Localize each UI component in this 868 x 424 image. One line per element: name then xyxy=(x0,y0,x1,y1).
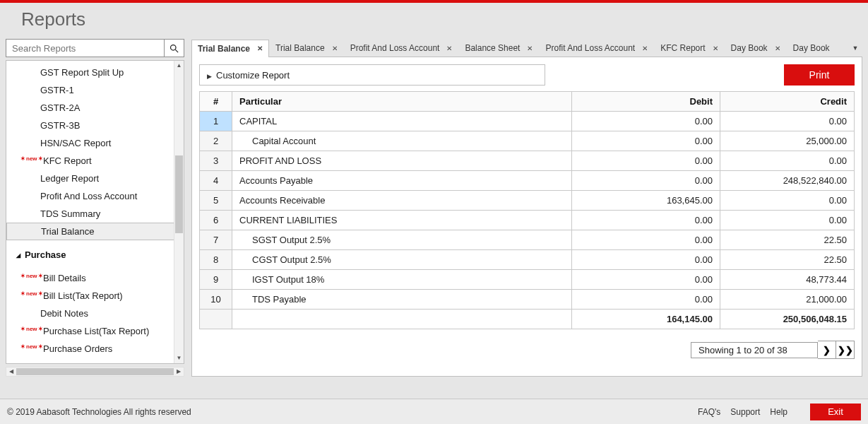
tree-item-label: GST Report Split Up xyxy=(40,67,124,78)
tree-item[interactable]: Ledger Report xyxy=(6,170,184,187)
tree-item[interactable]: newPurchase Orders xyxy=(6,340,184,358)
close-icon[interactable]: ✕ xyxy=(332,45,338,52)
tree-item[interactable]: Debit Notes xyxy=(6,305,184,322)
new-badge: new xyxy=(20,343,43,350)
page-title: Reports xyxy=(0,3,868,39)
table-row[interactable]: 5Accounts Receivable163,645.000.00 xyxy=(200,191,855,211)
tree-item-label: KFC Report xyxy=(43,155,92,166)
tab[interactable]: Profit And Loss Account✕ xyxy=(344,39,459,57)
tree-item-label: Profit And Loss Account xyxy=(40,191,137,201)
close-icon[interactable]: ✕ xyxy=(527,45,533,52)
tab[interactable]: Trial Balance✕ xyxy=(269,39,344,57)
footer: © 2019 Aabasoft Technologies All rights … xyxy=(0,399,868,424)
tree-item[interactable]: GSTR-2A xyxy=(6,99,184,117)
scroll-down-icon[interactable]: ▼ xyxy=(174,353,184,363)
pager-last-button[interactable]: ❯❯ xyxy=(836,341,855,359)
tree-item-label: Trial Balance xyxy=(41,226,94,237)
col-debit[interactable]: Debit xyxy=(572,92,720,112)
grid-totals-row: 164,145.00 250,506,048.15 xyxy=(200,310,855,329)
customize-report-button[interactable]: Customize Report xyxy=(199,64,545,86)
tree-horizontal-scrollbar[interactable]: ◀ ▶ xyxy=(6,367,184,377)
scroll-thumb[interactable] xyxy=(175,155,183,233)
tree-item[interactable]: Profit And Loss Account xyxy=(6,187,184,205)
cell-particular: Accounts Payable xyxy=(232,171,572,191)
cell-debit: 0.00 xyxy=(572,290,720,310)
tab[interactable]: Trial Balance✕ xyxy=(191,40,269,57)
col-particular[interactable]: Particular xyxy=(232,92,572,112)
hscroll-thumb[interactable] xyxy=(16,368,174,375)
tree-item[interactable]: Trial Balance xyxy=(6,223,184,240)
cell-debit: 0.00 xyxy=(572,230,720,250)
search-icon xyxy=(169,43,179,54)
tree-item-label: Ledger Report xyxy=(40,173,99,184)
close-icon[interactable]: ✕ xyxy=(446,45,452,52)
new-badge: new xyxy=(20,326,43,332)
tree-item[interactable]: TDS Summary xyxy=(6,205,184,223)
cell-credit: 0.00 xyxy=(720,191,855,211)
scroll-up-icon[interactable]: ▲ xyxy=(174,61,184,71)
table-row[interactable]: 8CGST Output 2.5%0.0022.50 xyxy=(200,250,855,270)
tab-overflow-button[interactable]: ▼ xyxy=(848,39,862,57)
exit-button[interactable]: Exit xyxy=(810,404,861,420)
tab-label: Profit And Loss Account xyxy=(350,43,440,53)
scroll-left-icon[interactable]: ◀ xyxy=(6,367,16,376)
cell-index: 4 xyxy=(200,171,232,191)
total-debit: 164,145.00 xyxy=(572,310,720,329)
tree-item[interactable]: newKFC Report xyxy=(6,152,184,170)
tree-item[interactable]: GSTR-1 xyxy=(6,81,184,99)
tree-item-label: Purchase Orders xyxy=(43,343,112,354)
table-row[interactable]: 4Accounts Payable0.00248,522,840.00 xyxy=(200,171,855,191)
search-wrap xyxy=(6,39,184,57)
tab[interactable]: Balance Sheet✕ xyxy=(458,39,539,57)
pager-next-button[interactable]: ❯ xyxy=(818,341,836,359)
table-row[interactable]: 2Capital Account0.0025,000.00 xyxy=(200,131,855,151)
col-index[interactable]: # xyxy=(200,92,232,112)
tab[interactable]: Day Book xyxy=(787,39,836,57)
cell-debit: 0.00 xyxy=(572,171,720,191)
new-badge: new xyxy=(20,155,43,162)
tree-item[interactable]: newBill Details xyxy=(6,269,184,287)
cell-index: 7 xyxy=(200,230,232,250)
search-button[interactable] xyxy=(164,40,184,57)
close-icon[interactable]: ✕ xyxy=(775,45,780,52)
table-row[interactable]: 1CAPITAL0.000.00 xyxy=(200,112,855,131)
tab[interactable]: KFC Report✕ xyxy=(654,39,724,57)
tree-item-label: GSTR-1 xyxy=(40,85,74,95)
table-row[interactable]: 7SGST Output 2.5%0.0022.50 xyxy=(200,230,855,250)
table-row[interactable]: 9IGST Output 18%0.0048,773.44 xyxy=(200,270,855,290)
cell-particular: CGST Output 2.5% xyxy=(232,250,572,270)
tree-item-label: TDS Summary xyxy=(40,208,100,219)
cell-index: 1 xyxy=(200,112,232,131)
tree-vertical-scrollbar[interactable]: ▲ ▼ xyxy=(174,61,184,363)
pager: Showing 1 to 20 of 38 ❯ ❯❯ xyxy=(199,341,855,359)
tree-item[interactable]: HSN/SAC Report xyxy=(6,134,184,152)
tab[interactable]: Day Book✕ xyxy=(725,39,787,57)
tree-item[interactable]: GSTR-3B xyxy=(6,117,184,134)
table-row[interactable]: 3PROFIT AND LOSS0.000.00 xyxy=(200,151,855,171)
table-row[interactable]: 10TDS Payable0.0021,000.00 xyxy=(200,290,855,310)
close-icon[interactable]: ✕ xyxy=(713,45,718,52)
cell-particular: IGST Output 18% xyxy=(232,270,572,290)
cell-particular: PROFIT AND LOSS xyxy=(232,151,572,171)
cell-credit: 25,000.00 xyxy=(720,131,855,151)
cell-index: 3 xyxy=(200,151,232,171)
col-credit[interactable]: Credit xyxy=(720,92,855,112)
close-icon[interactable]: ✕ xyxy=(642,45,648,52)
footer-link-help[interactable]: Help xyxy=(770,407,787,417)
footer-link-faqs[interactable]: FAQ's xyxy=(698,407,720,417)
search-input[interactable] xyxy=(6,40,164,57)
scroll-right-icon[interactable]: ▶ xyxy=(174,367,184,376)
tree-group-purchase[interactable]: Purchase xyxy=(6,246,184,264)
tree-item[interactable]: newBill List(Tax Report) xyxy=(6,287,184,305)
table-row[interactable]: 6CURRENT LIABILITIES0.000.00 xyxy=(200,211,855,230)
new-badge: new xyxy=(20,273,43,279)
tree-item[interactable]: newPurchase List(Tax Report) xyxy=(6,322,184,340)
tab[interactable]: Profit And Loss Account✕ xyxy=(539,39,654,57)
close-icon[interactable]: ✕ xyxy=(257,45,263,52)
tab-label: Profit And Loss Account xyxy=(545,43,635,53)
cell-particular: Capital Account xyxy=(232,131,572,151)
tree-item[interactable]: GST Report Split Up xyxy=(6,64,184,81)
footer-link-support[interactable]: Support xyxy=(730,407,760,417)
cell-credit: 248,522,840.00 xyxy=(720,171,855,191)
print-button[interactable]: Print xyxy=(784,64,855,86)
